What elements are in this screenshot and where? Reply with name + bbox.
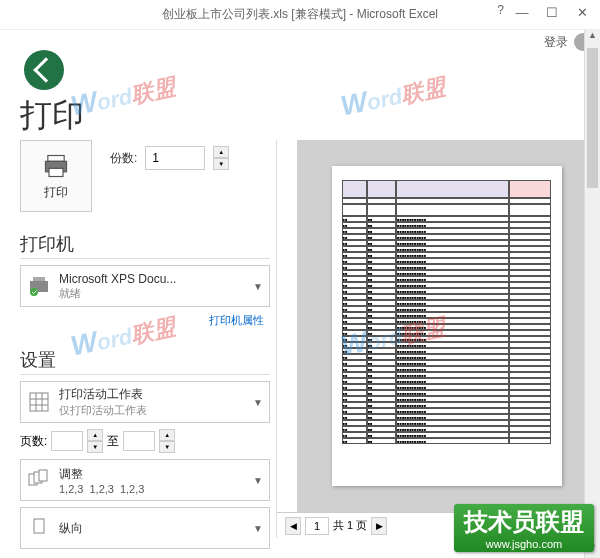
settings-section-header: 设置 — [20, 348, 270, 375]
help-button[interactable]: ? — [497, 3, 504, 17]
login-link[interactable]: 登录 — [544, 34, 568, 51]
chevron-down-icon: ▼ — [253, 475, 263, 486]
collate-title: 调整 — [59, 466, 253, 483]
close-button[interactable]: ✕ — [568, 0, 596, 24]
maximize-button[interactable]: ☐ — [538, 0, 566, 24]
printer-status-icon — [27, 274, 51, 298]
collate-selector[interactable]: 调整 1,2,3 1,2,3 1,2,3 ▼ — [20, 459, 270, 501]
sheets-icon — [27, 390, 51, 414]
copies-label: 份数: — [110, 150, 137, 167]
arrow-left-icon — [33, 57, 58, 82]
svg-rect-13 — [39, 470, 47, 481]
minimize-button[interactable]: — — [508, 0, 536, 24]
copies-down-button[interactable]: ▼ — [213, 158, 229, 170]
chevron-down-icon: ▼ — [253, 281, 263, 292]
back-button[interactable] — [24, 50, 64, 90]
copies-input[interactable] — [145, 146, 205, 170]
svg-rect-4 — [33, 277, 45, 281]
user-bar: 登录 — [0, 30, 600, 54]
to-up-button[interactable]: ▲ — [159, 429, 175, 441]
watermark: Word联盟 — [68, 69, 178, 123]
printer-status: 就绪 — [59, 286, 253, 301]
title-text: 创业板上市公司列表.xls [兼容模式] - Microsoft Excel — [162, 6, 438, 23]
printer-properties-link[interactable]: 打印机属性 — [20, 313, 270, 328]
pages-from-label: 页数: — [20, 433, 47, 450]
page-number-input[interactable] — [305, 517, 329, 535]
next-page-button[interactable]: ▶ — [371, 517, 387, 535]
watermark: Word联盟 — [338, 69, 448, 123]
scroll-up-button[interactable]: ▲ — [585, 30, 600, 46]
left-settings-panel: 打印 份数: ▲ ▼ 打印机 Microsoft XPS Docu... 就绪 … — [20, 140, 270, 538]
page-of-label: 共 1 页 — [333, 518, 367, 533]
page-range-row: 页数: ▲▼ 至 ▲▼ — [20, 429, 270, 453]
orientation-selector[interactable]: 纵向 ▼ — [20, 507, 270, 549]
print-what-selector[interactable]: 打印活动工作表 仅打印活动工作表 ▼ — [20, 381, 270, 423]
svg-rect-14 — [34, 519, 44, 533]
copies-up-button[interactable]: ▲ — [213, 146, 229, 158]
print-what-sub: 仅打印活动工作表 — [59, 403, 253, 418]
pages-to-input[interactable] — [123, 431, 155, 451]
preview-page: document.write(Array.from({length:38},()… — [332, 166, 562, 486]
from-up-button[interactable]: ▲ — [87, 429, 103, 441]
chevron-down-icon: ▼ — [253, 523, 263, 534]
preview-panel: document.write(Array.from({length:38},()… — [276, 140, 596, 538]
title-bar: 创业板上市公司列表.xls [兼容模式] - Microsoft Excel ?… — [0, 0, 600, 30]
from-down-button[interactable]: ▼ — [87, 441, 103, 453]
prev-page-button[interactable]: ◀ — [285, 517, 301, 535]
printer-section-header: 打印机 — [20, 232, 270, 259]
svg-rect-0 — [48, 155, 64, 161]
print-button-label: 打印 — [44, 184, 68, 201]
chevron-down-icon: ▼ — [253, 397, 263, 408]
preview-area: document.write(Array.from({length:38},()… — [297, 140, 596, 512]
printer-icon — [42, 152, 70, 180]
vertical-scrollbar[interactable]: ▲ ▼ — [584, 30, 600, 558]
svg-rect-6 — [30, 393, 48, 411]
to-down-button[interactable]: ▼ — [159, 441, 175, 453]
svg-point-5 — [30, 288, 38, 296]
page-title: 打印 — [20, 94, 84, 138]
pages-from-input[interactable] — [51, 431, 83, 451]
print-button[interactable]: 打印 — [20, 140, 92, 212]
collate-icon — [27, 468, 51, 492]
print-what-title: 打印活动工作表 — [59, 386, 253, 403]
portrait-icon — [27, 516, 51, 540]
printer-name: Microsoft XPS Docu... — [59, 272, 253, 286]
scroll-thumb[interactable] — [587, 48, 598, 188]
printer-selector[interactable]: Microsoft XPS Docu... 就绪 ▼ — [20, 265, 270, 307]
svg-rect-2 — [49, 168, 63, 176]
site-banner: 技术员联盟 www.jsgho.com — [454, 504, 594, 552]
pages-to-label: 至 — [107, 433, 119, 450]
orientation-title: 纵向 — [59, 520, 253, 537]
